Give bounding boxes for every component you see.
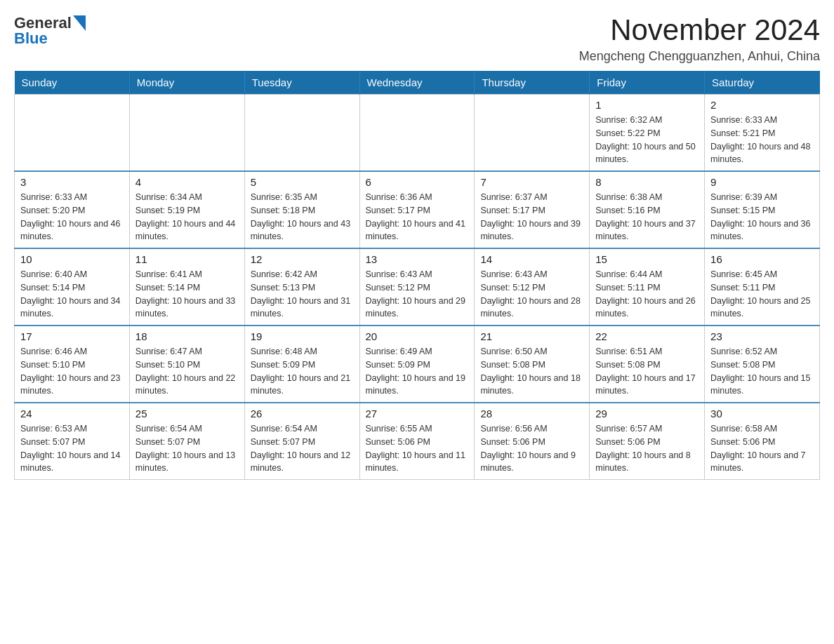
- calendar-cell: 11Sunrise: 6:41 AMSunset: 5:14 PMDayligh…: [129, 248, 244, 326]
- calendar-week-4: 17Sunrise: 6:46 AMSunset: 5:10 PMDayligh…: [15, 326, 820, 403]
- day-info: Sunrise: 6:43 AMSunset: 5:12 PMDaylight:…: [480, 268, 583, 321]
- day-info: Sunrise: 6:49 AMSunset: 5:09 PMDaylight:…: [366, 345, 469, 398]
- day-info: Sunrise: 6:33 AMSunset: 5:20 PMDaylight:…: [20, 191, 124, 243]
- calendar-cell: 26Sunrise: 6:54 AMSunset: 5:07 PMDayligh…: [244, 403, 359, 480]
- day-info: Sunrise: 6:41 AMSunset: 5:14 PMDaylight:…: [135, 268, 239, 321]
- day-number: 18: [135, 330, 239, 342]
- calendar-header-thursday: Thursday: [475, 71, 590, 95]
- calendar-cell: 18Sunrise: 6:47 AMSunset: 5:10 PMDayligh…: [129, 326, 244, 403]
- calendar-week-1: 1Sunrise: 6:32 AMSunset: 5:22 PMDaylight…: [15, 95, 820, 172]
- calendar-header-monday: Monday: [129, 71, 244, 95]
- calendar-header-wednesday: Wednesday: [359, 71, 475, 95]
- calendar-cell: 8Sunrise: 6:38 AMSunset: 5:16 PMDaylight…: [590, 171, 705, 248]
- calendar-cell: 13Sunrise: 6:43 AMSunset: 5:12 PMDayligh…: [359, 248, 475, 326]
- calendar-cell: 5Sunrise: 6:35 AMSunset: 5:18 PMDaylight…: [244, 171, 359, 248]
- day-info: Sunrise: 6:39 AMSunset: 5:15 PMDaylight:…: [710, 191, 814, 243]
- calendar-cell: 21Sunrise: 6:50 AMSunset: 5:08 PMDayligh…: [475, 326, 590, 403]
- day-info: Sunrise: 6:54 AMSunset: 5:07 PMDaylight:…: [251, 422, 354, 475]
- day-info: Sunrise: 6:55 AMSunset: 5:06 PMDaylight:…: [366, 422, 469, 475]
- calendar-cell: 17Sunrise: 6:46 AMSunset: 5:10 PMDayligh…: [15, 326, 130, 403]
- calendar-week-2: 3Sunrise: 6:33 AMSunset: 5:20 PMDaylight…: [15, 171, 820, 248]
- day-info: Sunrise: 6:57 AMSunset: 5:06 PMDaylight:…: [595, 422, 699, 475]
- day-info: Sunrise: 6:45 AMSunset: 5:11 PMDaylight:…: [710, 268, 814, 321]
- logo: General Blue: [14, 14, 86, 48]
- day-info: Sunrise: 6:46 AMSunset: 5:10 PMDaylight:…: [20, 345, 124, 398]
- day-number: 25: [135, 408, 239, 420]
- calendar-cell: [475, 95, 590, 172]
- svg-marker-0: [73, 15, 86, 31]
- page-header: General Blue November 2024 Mengcheng Che…: [14, 14, 820, 64]
- calendar-header-tuesday: Tuesday: [244, 71, 359, 95]
- day-info: Sunrise: 6:38 AMSunset: 5:16 PMDaylight:…: [595, 191, 699, 243]
- calendar-cell: 1Sunrise: 6:32 AMSunset: 5:22 PMDaylight…: [590, 95, 705, 172]
- day-number: 15: [595, 253, 699, 265]
- calendar-cell: 7Sunrise: 6:37 AMSunset: 5:17 PMDaylight…: [475, 171, 590, 248]
- month-title: November 2024: [579, 14, 820, 46]
- day-number: 10: [20, 253, 124, 265]
- day-info: Sunrise: 6:58 AMSunset: 5:06 PMDaylight:…: [710, 422, 814, 475]
- day-number: 26: [251, 408, 354, 420]
- day-info: Sunrise: 6:52 AMSunset: 5:08 PMDaylight:…: [710, 345, 814, 398]
- calendar-cell: 16Sunrise: 6:45 AMSunset: 5:11 PMDayligh…: [705, 248, 820, 326]
- calendar-cell: 14Sunrise: 6:43 AMSunset: 5:12 PMDayligh…: [475, 248, 590, 326]
- calendar-week-5: 24Sunrise: 6:53 AMSunset: 5:07 PMDayligh…: [15, 403, 820, 480]
- day-info: Sunrise: 6:51 AMSunset: 5:08 PMDaylight:…: [595, 345, 699, 398]
- calendar-header-friday: Friday: [590, 71, 705, 95]
- day-number: 20: [366, 330, 469, 342]
- calendar-cell: 4Sunrise: 6:34 AMSunset: 5:19 PMDaylight…: [129, 171, 244, 248]
- location-subtitle: Mengcheng Chengguanzhen, Anhui, China: [579, 49, 820, 64]
- day-info: Sunrise: 6:33 AMSunset: 5:21 PMDaylight:…: [710, 114, 814, 166]
- day-number: 16: [710, 253, 814, 265]
- day-number: 8: [595, 176, 699, 188]
- calendar-cell: 28Sunrise: 6:56 AMSunset: 5:06 PMDayligh…: [475, 403, 590, 480]
- title-section: November 2024 Mengcheng Chengguanzhen, A…: [579, 14, 820, 64]
- day-info: Sunrise: 6:54 AMSunset: 5:07 PMDaylight:…: [135, 422, 239, 475]
- day-number: 2: [710, 99, 814, 111]
- day-number: 6: [366, 176, 469, 188]
- day-info: Sunrise: 6:43 AMSunset: 5:12 PMDaylight:…: [366, 268, 469, 321]
- day-info: Sunrise: 6:35 AMSunset: 5:18 PMDaylight:…: [251, 191, 354, 243]
- day-number: 17: [20, 330, 124, 342]
- day-number: 21: [480, 330, 583, 342]
- calendar-table: SundayMondayTuesdayWednesdayThursdayFrid…: [14, 71, 820, 480]
- logo-blue-text: Blue: [14, 29, 48, 48]
- day-info: Sunrise: 6:34 AMSunset: 5:19 PMDaylight:…: [135, 191, 239, 243]
- day-number: 11: [135, 253, 239, 265]
- day-number: 14: [480, 253, 583, 265]
- calendar-cell: 30Sunrise: 6:58 AMSunset: 5:06 PMDayligh…: [705, 403, 820, 480]
- day-info: Sunrise: 6:32 AMSunset: 5:22 PMDaylight:…: [595, 114, 699, 166]
- calendar-header-saturday: Saturday: [705, 71, 820, 95]
- day-info: Sunrise: 6:44 AMSunset: 5:11 PMDaylight:…: [595, 268, 699, 321]
- day-number: 3: [20, 176, 124, 188]
- calendar-cell: 3Sunrise: 6:33 AMSunset: 5:20 PMDaylight…: [15, 171, 130, 248]
- logo-triangle-icon: [73, 15, 86, 31]
- calendar-week-3: 10Sunrise: 6:40 AMSunset: 5:14 PMDayligh…: [15, 248, 820, 326]
- day-info: Sunrise: 6:37 AMSunset: 5:17 PMDaylight:…: [480, 191, 583, 243]
- day-number: 7: [480, 176, 583, 188]
- day-info: Sunrise: 6:53 AMSunset: 5:07 PMDaylight:…: [20, 422, 124, 475]
- calendar-cell: [244, 95, 359, 172]
- calendar-cell: 9Sunrise: 6:39 AMSunset: 5:15 PMDaylight…: [705, 171, 820, 248]
- day-number: 12: [251, 253, 354, 265]
- calendar-cell: [129, 95, 244, 172]
- day-info: Sunrise: 6:50 AMSunset: 5:08 PMDaylight:…: [480, 345, 583, 398]
- day-info: Sunrise: 6:47 AMSunset: 5:10 PMDaylight:…: [135, 345, 239, 398]
- calendar-cell: 27Sunrise: 6:55 AMSunset: 5:06 PMDayligh…: [359, 403, 475, 480]
- calendar-cell: [359, 95, 475, 172]
- calendar-cell: 12Sunrise: 6:42 AMSunset: 5:13 PMDayligh…: [244, 248, 359, 326]
- calendar-cell: 6Sunrise: 6:36 AMSunset: 5:17 PMDaylight…: [359, 171, 475, 248]
- calendar-cell: [15, 95, 130, 172]
- day-number: 27: [366, 408, 469, 420]
- day-number: 23: [710, 330, 814, 342]
- day-number: 4: [135, 176, 239, 188]
- day-info: Sunrise: 6:36 AMSunset: 5:17 PMDaylight:…: [366, 191, 469, 243]
- day-info: Sunrise: 6:56 AMSunset: 5:06 PMDaylight:…: [480, 422, 583, 475]
- day-number: 1: [595, 99, 699, 111]
- day-number: 19: [251, 330, 354, 342]
- day-number: 24: [20, 408, 124, 420]
- calendar-cell: 22Sunrise: 6:51 AMSunset: 5:08 PMDayligh…: [590, 326, 705, 403]
- calendar-cell: 15Sunrise: 6:44 AMSunset: 5:11 PMDayligh…: [590, 248, 705, 326]
- calendar-cell: 24Sunrise: 6:53 AMSunset: 5:07 PMDayligh…: [15, 403, 130, 480]
- day-info: Sunrise: 6:48 AMSunset: 5:09 PMDaylight:…: [251, 345, 354, 398]
- calendar-header-row: SundayMondayTuesdayWednesdayThursdayFrid…: [15, 71, 820, 95]
